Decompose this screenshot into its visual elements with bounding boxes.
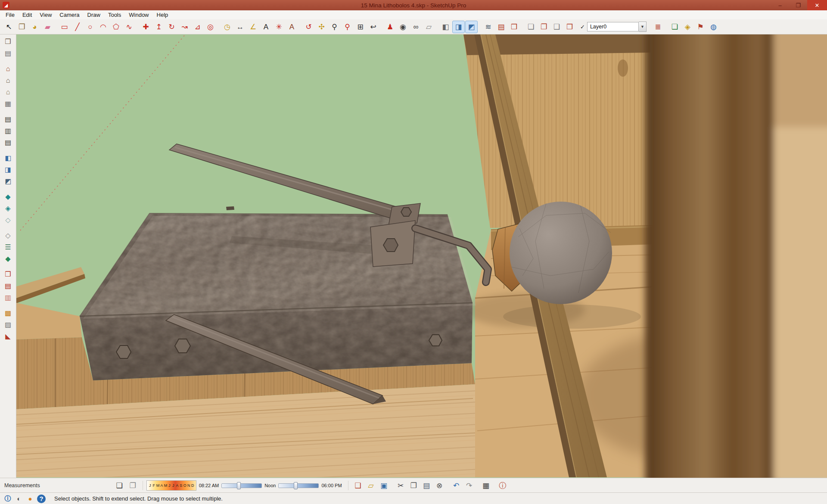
hut-tool-icon[interactable]: ⌂ (2, 87, 14, 97)
protractor-icon[interactable]: ∠ (247, 21, 259, 33)
offset-icon[interactable]: ◎ (204, 21, 217, 33)
axes-icon[interactable]: ✳ (273, 21, 285, 33)
arc-icon[interactable]: ◠ (97, 21, 109, 33)
stone-sphere[interactable] (510, 202, 612, 304)
layer-stack-icon[interactable]: ☰ (2, 242, 14, 252)
menu-help[interactable]: Help (153, 11, 172, 19)
layer-select[interactable]: Layer0 (587, 22, 639, 31)
zoom-window-icon[interactable]: ⚲ (341, 21, 354, 33)
3d-text-icon[interactable]: A (286, 21, 298, 33)
status-help-icon[interactable]: ? (37, 495, 46, 503)
layer-combo[interactable]: ✓ Layer0 ▼ (580, 22, 647, 32)
menu-view[interactable]: View (36, 11, 56, 19)
diamond-plain-icon[interactable]: ◇ (2, 230, 14, 241)
section-plane-icon[interactable]: ▱ (423, 21, 435, 33)
scale-icon[interactable]: ⊿ (191, 21, 204, 33)
box-red-icon[interactable]: ❒ (2, 269, 14, 280)
shadow-time-slider-am[interactable] (221, 483, 262, 488)
eraser-icon[interactable]: ▰ (41, 21, 54, 33)
section-display-icon[interactable]: ◧ (439, 21, 452, 33)
box-tool-icon[interactable]: ❒ (2, 36, 14, 47)
right-strip-board[interactable] (774, 34, 827, 127)
menu-window[interactable]: Window (125, 11, 152, 19)
freehand-icon[interactable]: ∿ (123, 21, 135, 33)
status-info-icon[interactable]: ⓘ (3, 495, 12, 503)
home-tool-icon[interactable]: ⌂ (2, 63, 14, 74)
section-fill-icon[interactable]: ◩ (465, 21, 478, 33)
roof-surface-2-icon[interactable]: ▥ (2, 125, 14, 136)
gem-pale-icon[interactable]: ◇ (2, 215, 14, 225)
rectangle-icon[interactable]: ▭ (58, 21, 71, 33)
hex-bolt[interactable] (429, 335, 442, 346)
line-icon[interactable]: ╱ (71, 21, 84, 33)
get-models-icon[interactable]: ❏ (525, 21, 537, 33)
sandbox-contours-icon[interactable]: ≋ (482, 21, 494, 33)
components-icon[interactable]: ❒ (563, 21, 576, 33)
look-around-icon[interactable]: ◉ (397, 21, 409, 33)
select-icon[interactable]: ↖ (3, 21, 15, 33)
orbit-icon[interactable]: ↺ (302, 21, 315, 33)
menu-camera[interactable]: Camera (56, 11, 83, 19)
corner-red-icon[interactable]: ◣ (2, 331, 14, 342)
shadow-time-slider-pm[interactable] (278, 483, 319, 488)
stairs-red-icon[interactable]: ▤ (2, 280, 14, 291)
materials-icon[interactable]: ❏ (668, 21, 681, 33)
text-icon[interactable]: A (260, 21, 272, 33)
menu-tools[interactable]: Tools (104, 11, 125, 19)
box-gray-icon[interactable]: ▨ (2, 319, 14, 330)
paste-icon[interactable]: ▤ (420, 479, 433, 492)
dimension-icon[interactable]: ↔ (234, 21, 246, 33)
maximize-button[interactable]: ❐ (789, 0, 807, 10)
shadow-time-icon[interactable]: ❐ (127, 479, 139, 492)
gem-teal-1-icon[interactable]: ◆ (2, 191, 14, 202)
menu-file[interactable]: File (2, 11, 19, 19)
entity-info-icon[interactable]: ⚑ (694, 21, 707, 33)
close-button[interactable]: ✕ (807, 0, 827, 10)
polygon-icon[interactable]: ⬠ (110, 21, 122, 33)
copy-icon[interactable]: ❐ (407, 479, 420, 492)
menu-edit[interactable]: Edit (19, 11, 36, 19)
card-tool-icon[interactable]: ▤ (2, 48, 14, 59)
bracket-hex-small[interactable] (401, 208, 411, 216)
position-camera-icon[interactable]: ♟ (384, 21, 396, 33)
tag-icon[interactable]: ◈ (681, 21, 694, 33)
push-pull-icon[interactable]: ↥ (152, 21, 165, 33)
delete-icon[interactable]: ⊗ (433, 479, 446, 492)
gem-teal-2-icon[interactable]: ◈ (2, 203, 14, 214)
box-orange-icon[interactable]: ▩ (2, 308, 14, 318)
cut-icon[interactable]: ✂ (395, 479, 407, 492)
share-model-icon[interactable]: ❐ (538, 21, 550, 33)
cube-blue-1-icon[interactable]: ◧ (2, 152, 14, 163)
zoom-extents-icon[interactable]: ⊞ (354, 21, 367, 33)
photo-textures-icon[interactable]: ▤ (495, 21, 507, 33)
barn-tool-icon[interactable]: ⌂ (2, 75, 14, 86)
circle-icon[interactable]: ○ (84, 21, 96, 33)
slider-handle[interactable] (294, 482, 298, 489)
status-warning-icon[interactable]: ● (26, 495, 34, 503)
geo-location-icon[interactable]: ◍ (707, 21, 720, 33)
chevron-down-icon[interactable]: ▼ (639, 22, 647, 32)
roof-surface-3-icon[interactable]: ▤ (2, 137, 14, 148)
cube-slate-icon[interactable]: ◩ (2, 176, 14, 187)
tape-measure-icon[interactable]: ◷ (221, 21, 233, 33)
print-icon[interactable]: ▦ (480, 479, 492, 492)
make-component-icon[interactable]: ❐ (16, 21, 28, 33)
follow-me-icon[interactable]: ↝ (178, 21, 191, 33)
clipboard-icon[interactable]: ❑ (352, 479, 364, 492)
walk-icon[interactable]: ∞ (410, 21, 422, 33)
hex-bolt[interactable] (175, 339, 190, 353)
paint-bucket-icon[interactable]: ◕ (28, 21, 41, 33)
cube-blue-2-icon[interactable]: ◨ (2, 164, 14, 175)
manage-layers-icon[interactable]: ≣ (652, 21, 664, 33)
rotate-icon[interactable]: ↻ (165, 21, 178, 33)
shadow-date-icon[interactable]: ❏ (113, 479, 126, 492)
undo-icon[interactable]: ↶ (450, 479, 463, 492)
foreground-post[interactable] (645, 34, 779, 478)
zoom-icon[interactable]: ⚲ (328, 21, 341, 33)
roof-surface-1-icon[interactable]: ▤ (2, 114, 14, 124)
shadow-date-slider[interactable]: JFMAMJJASOND (146, 480, 196, 491)
sketchup-info-icon[interactable]: ⓘ (497, 479, 509, 492)
save-icon[interactable]: ▣ (378, 479, 390, 492)
extension-warehouse-icon[interactable]: ❑ (550, 21, 563, 33)
minimize-button[interactable]: – (771, 0, 789, 10)
